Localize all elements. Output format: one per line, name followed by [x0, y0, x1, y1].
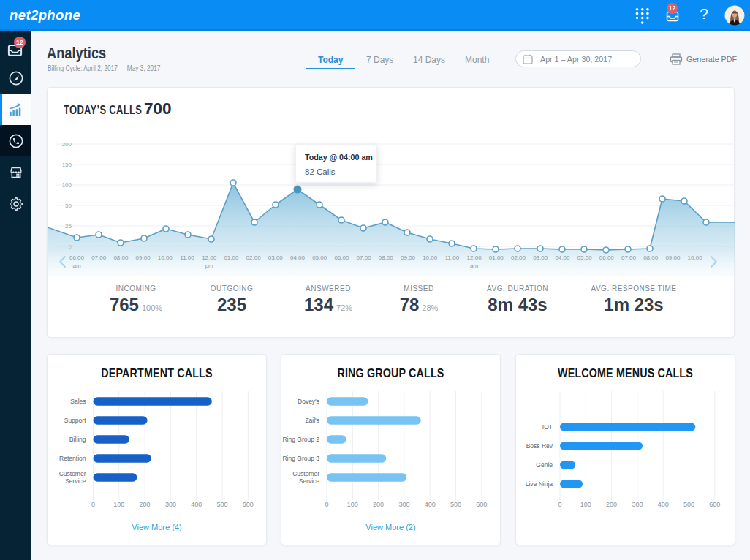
svg-text:Boss Rev: Boss Rev: [526, 442, 553, 450]
svg-text:Live Ninja: Live Ninja: [526, 480, 553, 488]
svg-text:300: 300: [632, 501, 643, 508]
svg-text:Genie: Genie: [536, 461, 553, 469]
svg-text:01:00: 01:00: [224, 254, 239, 261]
svg-text:11:00: 11:00: [445, 254, 460, 261]
svg-text:0: 0: [325, 501, 328, 508]
svg-text:09:00: 09:00: [401, 254, 416, 261]
svg-text:200: 200: [606, 501, 617, 508]
svg-text:Ring Group 2: Ring Group 2: [282, 436, 319, 443]
svg-text:12:00: 12:00: [202, 254, 217, 261]
svg-text:09:00: 09:00: [665, 254, 681, 261]
svg-text:100: 100: [580, 501, 591, 508]
svg-text:08:00: 08:00: [113, 254, 129, 261]
svg-text:400: 400: [658, 501, 669, 508]
svg-text:50: 50: [65, 203, 72, 209]
svg-text:10:00: 10:00: [423, 254, 438, 261]
svg-text:03:00: 03:00: [268, 254, 284, 261]
svg-text:Service: Service: [299, 477, 320, 485]
svg-text:08:00: 08:00: [643, 254, 659, 261]
svg-text:Billing: Billing: [69, 436, 86, 443]
svg-text:06:00: 06:00: [599, 254, 615, 261]
svg-text:200: 200: [373, 501, 384, 508]
svg-text:500: 500: [216, 501, 227, 508]
svg-text:Dovey's: Dovey's: [298, 398, 319, 405]
svg-text:01:00: 01:00: [489, 254, 504, 261]
svg-text:0: 0: [558, 501, 561, 508]
svg-text:100: 100: [113, 501, 124, 508]
svg-text:02:00: 02:00: [246, 254, 262, 261]
svg-text:10:00: 10:00: [688, 254, 703, 261]
svg-text:Customer: Customer: [292, 470, 319, 477]
svg-text:500: 500: [683, 501, 694, 508]
svg-text:Ring Group 3: Ring Group 3: [282, 455, 319, 462]
svg-text:Support: Support: [64, 417, 86, 424]
svg-text:600: 600: [476, 501, 487, 508]
svg-text:03:00: 03:00: [533, 254, 548, 261]
svg-text:Service: Service: [65, 477, 86, 485]
svg-text:07:00: 07:00: [357, 254, 372, 261]
svg-text:12:00: 12:00: [467, 254, 482, 261]
svg-text:05:00: 05:00: [312, 254, 327, 261]
svg-text:07:00: 07:00: [91, 254, 107, 261]
svg-text:200: 200: [62, 141, 72, 148]
svg-text:09:00: 09:00: [136, 254, 151, 261]
svg-text:08:00: 08:00: [379, 254, 394, 261]
svg-text:05:00: 05:00: [577, 254, 593, 261]
svg-text:04:00: 04:00: [290, 254, 306, 261]
svg-text:300: 300: [165, 501, 176, 508]
svg-text:0: 0: [91, 501, 95, 508]
svg-text:02:00: 02:00: [511, 254, 526, 261]
svg-text:400: 400: [191, 501, 202, 508]
svg-text:300: 300: [398, 501, 409, 508]
svg-text:Sales: Sales: [70, 398, 86, 405]
svg-text:600: 600: [709, 501, 720, 508]
svg-text:400: 400: [425, 501, 436, 508]
svg-text:100: 100: [62, 182, 72, 189]
svg-text:25: 25: [65, 223, 72, 230]
svg-text:150: 150: [62, 162, 72, 168]
svg-text:11:00: 11:00: [180, 254, 194, 261]
svg-text:pm: pm: [205, 262, 213, 269]
svg-text:Zail's: Zail's: [305, 417, 319, 424]
svg-text:04:00: 04:00: [555, 254, 570, 261]
svg-text:200: 200: [140, 501, 151, 508]
svg-text:am: am: [72, 262, 80, 269]
svg-text:10:00: 10:00: [158, 254, 173, 261]
svg-text:600: 600: [243, 501, 254, 508]
svg-text:500: 500: [450, 501, 461, 508]
svg-text:06:00: 06:00: [334, 254, 349, 261]
svg-text:Customer: Customer: [59, 470, 86, 477]
svg-text:IOT: IOT: [542, 423, 553, 431]
svg-text:am: am: [470, 262, 478, 269]
svg-text:07:00: 07:00: [621, 254, 637, 261]
svg-text:Retention: Retention: [59, 455, 86, 462]
svg-text:06:00: 06:00: [69, 254, 85, 261]
svg-text:100: 100: [347, 501, 358, 508]
